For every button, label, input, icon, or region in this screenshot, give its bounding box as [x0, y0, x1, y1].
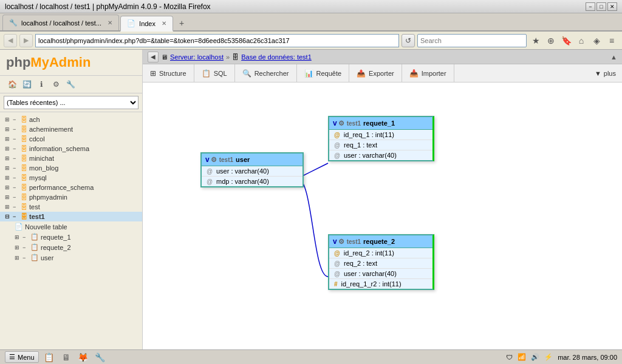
tab-pma-favicon: 🔧	[9, 19, 18, 27]
tab-rechercher-label: Rechercher	[255, 70, 289, 77]
breadcrumb-server-icon: 🖥	[161, 53, 168, 61]
sidebar-item-test1[interactable]: ⊟ − 🗄 test1	[0, 212, 142, 221]
table-user-col-mdp: @ mdp : varchar(40)	[202, 177, 302, 186]
main-area: phpMyAdmin 🏠 🔄 ℹ ⚙ 🔧 (Tables récentes) .…	[0, 50, 622, 349]
pma-logo-myadmin: MyAdmin	[30, 55, 91, 70]
tab-index-close[interactable]: ✕	[162, 20, 166, 27]
pma-settings-icon[interactable]: ⚙	[50, 78, 62, 90]
status-time: mar. 28 mars, 09:00	[558, 354, 617, 361]
tab-requete[interactable]: 📊 Requête	[297, 64, 350, 83]
breadcrumb: ◀ 🖥 Serveur: localhost » 🗄 Base de donné…	[143, 50, 622, 64]
expand-toggle: −	[13, 116, 19, 123]
menu-label: Menu	[18, 354, 35, 361]
status-volume-icon: 🔊	[531, 353, 539, 361]
db-name-info: information_schema	[29, 145, 89, 152]
sidebar-item-phpmyadmin[interactable]: ⊞ − 🗄 phpmyadmin	[0, 192, 142, 202]
breadcrumb-collapse[interactable]: ▲	[610, 53, 617, 61]
breadcrumb-back-button[interactable]: ◀	[148, 52, 159, 62]
forward-button[interactable]: ▶	[19, 34, 33, 47]
home-icon[interactable]: ⌂	[575, 34, 588, 47]
menu-icon[interactable]: ≡	[605, 34, 618, 47]
r2-col-2: req_2 : text	[344, 260, 377, 267]
sidebar-item-information-schema[interactable]: ⊞ − 🗄 information_schema	[0, 144, 142, 153]
address-bar: ◀ ▶ ↺ ★ ⊕ 🔖 ⌂ ◈ ≡	[0, 32, 622, 50]
sidebar-item-test[interactable]: ⊞ − 🗄 test	[0, 202, 142, 212]
pma-refresh-icon[interactable]: 🔄	[21, 78, 33, 90]
status-right: 🛡 📶 🔊 ⚡ mar. 28 mars, 09:00	[506, 353, 617, 361]
r1-col-3: user : varchar(40)	[344, 152, 397, 159]
user-schema: test1	[219, 157, 233, 163]
back-button[interactable]: ◀	[4, 34, 17, 47]
r1-col-icon-3: @	[334, 152, 340, 159]
sidebar-item-minichat[interactable]: ⊞ − 🗄 minichat	[0, 153, 142, 163]
r2-header-icons: v ⚙	[333, 237, 344, 246]
pocket-icon[interactable]: ◈	[590, 34, 603, 47]
table-r2-col-user: @ user : varchar(40)	[329, 269, 432, 279]
taskbar-icon-2[interactable]: 🖥	[60, 351, 73, 364]
sidebar-item-requete2[interactable]: ⊞ − 📋 requete_2	[0, 242, 142, 252]
diagram-canvas[interactable]: v ⚙ test1 user @ user : varchar(40) @ md…	[143, 83, 622, 349]
tab-pma-close[interactable]: ✕	[108, 19, 112, 26]
user-col-icon-1: @	[207, 168, 213, 175]
pma-logo: phpMyAdmin	[0, 50, 142, 76]
close-button[interactable]: ✕	[607, 2, 617, 11]
maximize-button[interactable]: □	[596, 2, 606, 11]
table-user: user	[41, 254, 53, 261]
tab-exporter[interactable]: 📤 Exporter	[349, 64, 402, 83]
sidebar-item-cdcol[interactable]: ⊞ − 🗄 cdcol	[0, 134, 142, 144]
search-input[interactable]	[417, 34, 527, 47]
table-requete2-header: v ⚙ test1 requete_2	[329, 235, 432, 248]
bookmark-icon[interactable]: ★	[529, 34, 542, 47]
sidebar-item-ach[interactable]: ⊞ − 🗄 ach	[0, 115, 142, 124]
tab-importer[interactable]: 📥 Importer	[402, 64, 454, 83]
r2-col-3: user : varchar(40)	[344, 270, 397, 277]
table-r1-col-req: @ req_1 : text	[329, 140, 432, 150]
recent-tables-dropdown[interactable]: (Tables récentes) ...	[4, 96, 138, 109]
r1-gear-icon: ⚙	[338, 120, 344, 127]
breadcrumb-db[interactable]: Base de données: test1	[241, 53, 312, 61]
content-toolbar: ⊞ Structure 📋 SQL 🔍 Rechercher 📊 Requête…	[143, 64, 622, 83]
sidebar-item-performance-schema[interactable]: ⊞ − 🗄 performance_schema	[0, 183, 142, 192]
more-button[interactable]: ▼ plus	[589, 64, 622, 83]
tab-sql-label: SQL	[214, 70, 227, 77]
pma-home-icon[interactable]: 🏠	[6, 78, 18, 90]
table-user[interactable]: v ⚙ test1 user @ user : varchar(40) @ md…	[200, 152, 304, 187]
pma-info-icon[interactable]: ℹ	[35, 78, 47, 90]
breadcrumb-server[interactable]: Serveur: localhost	[170, 53, 224, 61]
user-col-2: mdp : varchar(40)	[216, 178, 269, 185]
r2-v-icon: v	[333, 237, 337, 246]
sidebar-item-user[interactable]: ⊞ − 📋 user	[0, 252, 142, 263]
tab-importer-label: Importer	[422, 70, 446, 77]
tab-sql[interactable]: 📋 SQL	[194, 64, 235, 83]
tab-rechercher[interactable]: 🔍 Rechercher	[235, 64, 297, 83]
tab-structure-label: Structure	[159, 70, 186, 77]
minimize-button[interactable]: −	[586, 2, 595, 11]
sidebar-item-mysql[interactable]: ⊞ − 🗄 mysql	[0, 173, 142, 183]
table-nouvelle: Nouvelle table	[25, 223, 67, 231]
r1-col-1: id_req_1 : int(11)	[344, 131, 394, 138]
save-icon[interactable]: 🔖	[559, 34, 573, 47]
tab-bar: 🔧 localhost / localhost / test... ✕ 📄 In…	[0, 13, 622, 32]
pma-tools-icon[interactable]: 🔧	[64, 78, 77, 90]
sidebar-item-nouvelle-table[interactable]: 📄 Nouvelle table	[0, 221, 142, 232]
table-requete2[interactable]: v ⚙ test1 requete_2 @ id_req_2 : int(11)…	[328, 234, 434, 290]
r2-schema: test1	[347, 238, 361, 245]
sql-icon: 📋	[202, 69, 211, 78]
tab-index[interactable]: 📄 Index ✕	[120, 16, 173, 32]
sidebar-item-requete1[interactable]: ⊞ − 📋 requete_1	[0, 232, 142, 242]
sidebar-item-mon-blog[interactable]: ⊞ − 🗄 mon_blog	[0, 163, 142, 173]
tab-pma[interactable]: 🔧 localhost / localhost / test... ✕	[2, 15, 119, 30]
tab-structure[interactable]: ⊞ Structure	[143, 64, 194, 83]
download-icon[interactable]: ⊕	[544, 34, 558, 47]
taskbar-icon-1[interactable]: 📋	[43, 351, 56, 364]
sidebar-item-acheminement[interactable]: ⊞ − 🗄 acheminement	[0, 124, 142, 134]
address-input[interactable]	[35, 34, 399, 47]
breadcrumb-db-icon: 🗄	[232, 53, 239, 61]
menu-button[interactable]: ☰ Menu	[5, 351, 39, 363]
r2-tablename: requete_2	[363, 238, 395, 245]
new-tab-button[interactable]: +	[173, 16, 190, 30]
table-requete1[interactable]: v ⚙ test1 requete_1 @ id_req_1 : int(11)…	[328, 116, 434, 161]
taskbar-icon-3[interactable]: 🦊	[77, 351, 90, 364]
reload-button[interactable]: ↺	[402, 34, 415, 47]
taskbar-icon-4[interactable]: 🔧	[94, 351, 107, 364]
